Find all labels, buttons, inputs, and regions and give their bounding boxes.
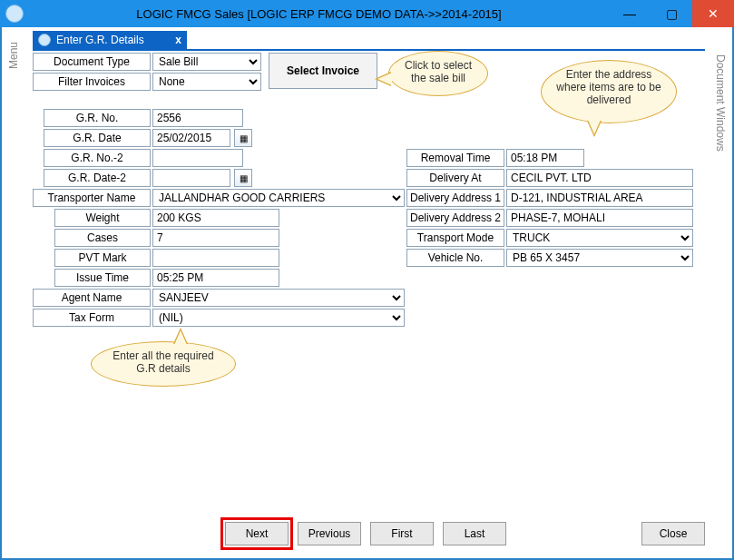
pvt-mark-input[interactable] <box>152 249 279 267</box>
previous-button[interactable]: Previous <box>298 522 361 545</box>
gr-no-label: G.R. No. <box>44 109 151 127</box>
gr-no2-label: G.R. No.-2 <box>44 149 151 167</box>
tax-form-select[interactable]: (NIL) <box>152 309 405 327</box>
addr2-input[interactable] <box>506 209 693 227</box>
removal-time-label: Removal Time <box>406 149 504 167</box>
vehicle-label: Vehicle No. <box>406 249 504 267</box>
close-button[interactable]: Close <box>641 522 705 545</box>
gr-no2-input[interactable] <box>152 149 243 167</box>
minimize-button[interactable]: — <box>609 0 651 27</box>
tab-icon <box>38 34 51 46</box>
gr-date-label: G.R. Date <box>44 129 151 147</box>
transport-mode-select[interactable]: TRUCK <box>506 229 693 247</box>
cases-input[interactable] <box>152 229 279 247</box>
last-button[interactable]: Last <box>443 522 506 545</box>
addr2-label: Delivery Address 2 <box>406 209 504 227</box>
transporter-select[interactable]: JALLANDHAR GOOD CARRIERS <box>152 189 405 207</box>
window-titlebar: LOGIC FMCG Sales [LOGIC ERP FMCG DEMO DA… <box>0 0 734 27</box>
tab-close-icon[interactable]: x <box>175 34 181 46</box>
form-area: Document Type Sale Bill Filter Invoices … <box>33 53 705 522</box>
gr-no-input[interactable] <box>152 109 243 127</box>
issue-time-label: Issue Time <box>54 269 151 287</box>
app-icon <box>5 5 24 23</box>
issue-time-input[interactable] <box>152 269 279 287</box>
right-dock-tab[interactable]: Document Windows <box>714 54 727 152</box>
callout-delivery-address: Enter the address where items are to be … <box>541 60 677 123</box>
cases-label: Cases <box>54 229 151 247</box>
select-invoice-button[interactable]: Select Invoice <box>269 53 377 89</box>
tab-title: Enter G.R. Details <box>56 34 144 46</box>
transport-mode-label: Transport Mode <box>406 229 504 247</box>
tab-underline <box>33 49 705 51</box>
filter-invoices-label: Filter Invoices <box>33 73 151 91</box>
callout-gr-details: Enter all the required G.R details <box>91 341 236 387</box>
transporter-label: Transporter Name <box>33 189 151 207</box>
document-type-select[interactable]: Sale Bill <box>152 53 261 71</box>
gr-date2-cal-icon[interactable]: ▦ <box>234 169 252 187</box>
delivery-at-input[interactable] <box>506 169 693 187</box>
removal-time-input[interactable] <box>506 149 584 167</box>
agent-label: Agent Name <box>33 289 151 307</box>
gr-date2-input[interactable] <box>152 169 230 187</box>
maximize-button[interactable]: ▢ <box>651 0 692 27</box>
tax-form-label: Tax Form <box>33 309 151 327</box>
next-button[interactable]: Next <box>225 522 289 545</box>
gr-date-input[interactable] <box>152 129 230 147</box>
delivery-at-label: Delivery At <box>406 169 504 187</box>
weight-label: Weight <box>54 209 151 227</box>
window-close-button[interactable]: ✕ <box>692 0 734 27</box>
addr1-label: Delivery Address 1 <box>406 189 504 207</box>
left-dock-tab[interactable]: Menu <box>7 42 20 69</box>
addr1-input[interactable] <box>506 189 693 207</box>
inner-tab-header: Enter G.R. Details x <box>33 31 187 49</box>
pvt-mark-label: PVT Mark <box>54 249 151 267</box>
vehicle-select[interactable]: PB 65 X 3457 <box>506 249 693 267</box>
first-button[interactable]: First <box>370 522 434 545</box>
filter-invoices-select[interactable]: None <box>152 73 261 91</box>
button-bar: Next Previous First Last Close <box>33 522 705 549</box>
weight-input[interactable] <box>152 209 279 227</box>
client-area: Menu Document Windows Enter G.R. Details… <box>0 27 734 560</box>
gr-date2-label: G.R. Date-2 <box>44 169 151 187</box>
callout-select-invoice: Click to select the sale bill <box>388 51 488 96</box>
gr-date-cal-icon[interactable]: ▦ <box>234 129 252 147</box>
window-title: LOGIC FMCG Sales [LOGIC ERP FMCG DEMO DA… <box>29 7 609 21</box>
document-type-label: Document Type <box>33 53 151 71</box>
agent-select[interactable]: SANJEEV <box>152 289 405 307</box>
